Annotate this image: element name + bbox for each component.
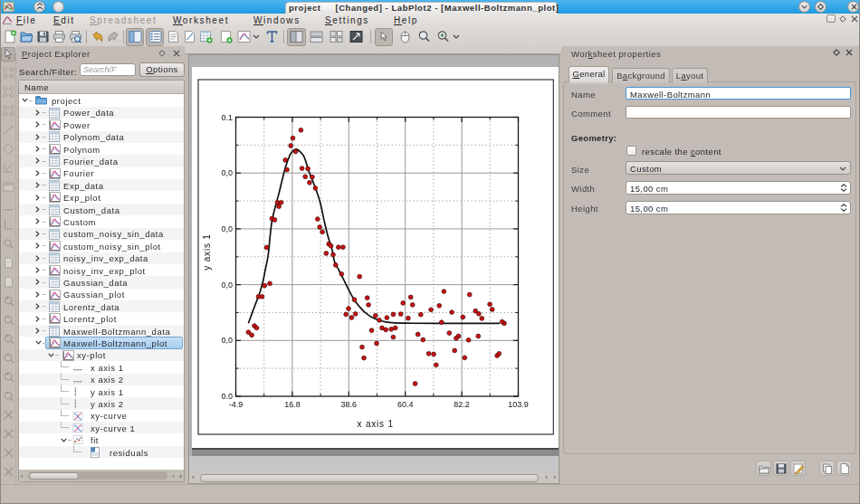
svg-text:16.8: 16.8 xyxy=(284,400,301,409)
svg-text:0.1: 0.1 xyxy=(221,113,233,122)
svg-text:x axis 1: x axis 1 xyxy=(358,419,394,429)
svg-text:82.2: 82.2 xyxy=(454,400,470,409)
svg-text:0.0: 0.0 xyxy=(221,392,233,401)
svg-text:0,0: 0,0 xyxy=(221,336,233,345)
svg-text:0,0: 0,0 xyxy=(221,281,233,290)
svg-text:-4.9: -4.9 xyxy=(229,400,244,409)
svg-text:y axis 1: y axis 1 xyxy=(202,233,212,270)
svg-text:103.9: 103.9 xyxy=(508,400,529,409)
svg-text:38.6: 38.6 xyxy=(341,400,358,409)
svg-text:0,0: 0,0 xyxy=(221,224,233,233)
svg-text:0,0: 0,0 xyxy=(221,168,233,177)
svg-text:60.4: 60.4 xyxy=(397,400,414,409)
